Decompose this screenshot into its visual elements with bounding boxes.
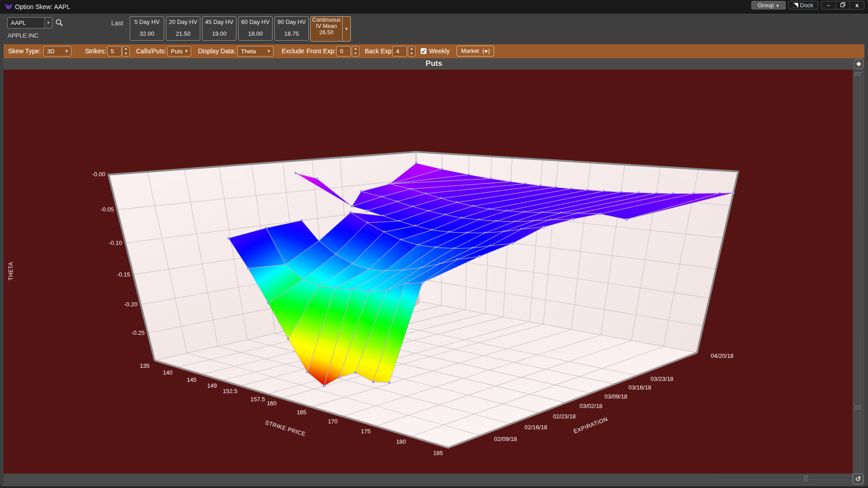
svg-text:180: 180 bbox=[396, 438, 406, 445]
svg-text:-0.10: -0.10 bbox=[108, 239, 122, 246]
svg-text:02/16/18: 02/16/18 bbox=[524, 424, 547, 431]
svg-text:03/09/18: 03/09/18 bbox=[604, 393, 627, 400]
svg-text:03/23/18: 03/23/18 bbox=[651, 375, 674, 382]
svg-text:135: 135 bbox=[140, 362, 150, 369]
svg-text:170: 170 bbox=[328, 418, 338, 425]
svg-text:175: 175 bbox=[361, 428, 371, 435]
svg-text:-0.05: -0.05 bbox=[100, 206, 114, 213]
svg-text:03/16/18: 03/16/18 bbox=[628, 384, 651, 391]
svg-text:149: 149 bbox=[207, 382, 217, 389]
svg-text:160: 160 bbox=[267, 400, 277, 407]
svg-text:THETA: THETA bbox=[8, 262, 14, 281]
svg-text:-0.20: -0.20 bbox=[124, 301, 137, 308]
svg-text:185: 185 bbox=[433, 450, 443, 456]
svg-text:157.5: 157.5 bbox=[250, 396, 265, 403]
svg-text:145: 145 bbox=[187, 376, 197, 383]
svg-text:140: 140 bbox=[163, 369, 173, 376]
svg-text:-0.00: -0.00 bbox=[92, 171, 105, 178]
svg-text:-0.25: -0.25 bbox=[131, 329, 145, 336]
svg-text:165: 165 bbox=[297, 409, 307, 416]
svg-text:02/09/18: 02/09/18 bbox=[494, 436, 517, 442]
svg-text:152.5: 152.5 bbox=[223, 388, 238, 394]
svg-text:-0.15: -0.15 bbox=[117, 271, 130, 278]
svg-text:EXPIRATION: EXPIRATION bbox=[573, 416, 609, 435]
svg-text:03/02/18: 03/02/18 bbox=[580, 403, 603, 409]
svg-text:04/20/18: 04/20/18 bbox=[711, 352, 734, 359]
svg-text:STRIKE PRICE: STRIKE PRICE bbox=[264, 419, 307, 437]
svg-text:02/23/18: 02/23/18 bbox=[553, 413, 576, 420]
